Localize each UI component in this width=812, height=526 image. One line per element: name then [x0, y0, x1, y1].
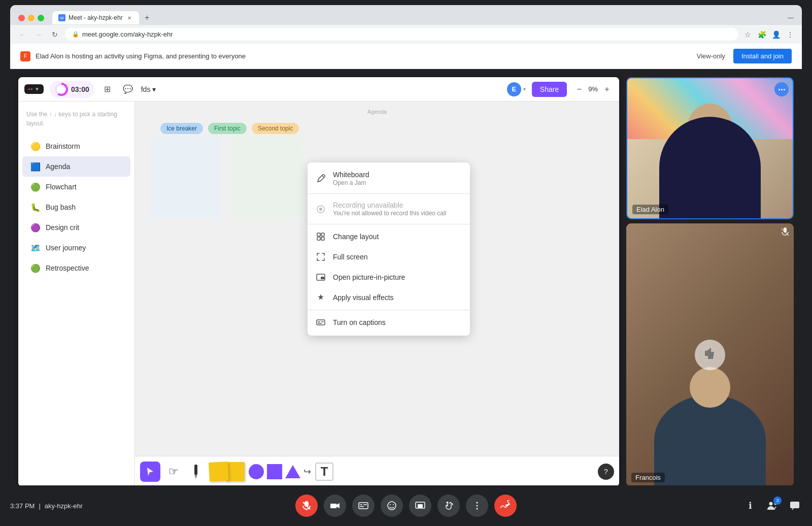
zoom-in-button[interactable]: + [601, 83, 613, 95]
people-button[interactable]: 3 [765, 499, 780, 513]
userjourney-label: User journey [46, 244, 86, 252]
svg-rect-7 [321, 277, 324, 279]
help-button[interactable]: ? [598, 464, 614, 480]
layout-item-designcrit[interactable]: 🟣 Design crit [22, 217, 130, 238]
captions-icon [316, 317, 326, 327]
active-tab[interactable]: M Meet - aky-hzpk-ehr ✕ [52, 11, 139, 24]
comment-button[interactable]: 💬 [121, 82, 135, 96]
brainstorm-icon: 🟡 [30, 141, 41, 151]
forward-button[interactable]: → [32, 28, 45, 41]
reload-button[interactable]: ↻ [49, 28, 61, 41]
address-bar[interactable]: 🔒 meet.google.com/aky-hzpk-ehr [65, 28, 738, 41]
extension-icon[interactable]: 🧩 [756, 29, 767, 40]
user-avatar: E [507, 82, 521, 96]
effects-label: Apply visual effects [333, 293, 394, 302]
svg-rect-12 [194, 465, 197, 475]
flowchart-label: Flowchart [46, 183, 77, 191]
menu-item-captions[interactable]: Turn on captions [308, 312, 470, 333]
more-options-button[interactable] [466, 495, 488, 517]
svg-point-25 [390, 504, 391, 505]
maximize-button[interactable] [38, 15, 44, 21]
end-call-button[interactable] [494, 495, 517, 517]
svg-rect-10 [318, 323, 322, 324]
new-tab-button[interactable]: + [141, 12, 153, 24]
video-feed-francois: Francois [626, 223, 794, 486]
menu-item-pip[interactable]: Open picture-in-picture [308, 267, 470, 287]
shapes-group: ↪ [249, 464, 311, 479]
svg-rect-9 [318, 321, 320, 322]
menu-item-fullscreen[interactable]: Full screen [308, 247, 470, 267]
minimize-button[interactable] [28, 15, 35, 21]
menu-item-change-layout[interactable]: Change layout [308, 226, 470, 247]
view-only-button[interactable]: View-only [697, 52, 725, 60]
camera-button[interactable] [324, 495, 346, 517]
raise-hand-button[interactable] [437, 495, 460, 517]
brainstorm-label: Brainstorm [46, 142, 80, 150]
svg-rect-5 [321, 237, 324, 240]
pen-tool-button[interactable] [187, 463, 205, 481]
share-button[interactable]: Share [532, 82, 567, 97]
effects-icon [316, 292, 326, 303]
meet-notification-bar: F Elad Alon is hosting an activity using… [10, 44, 802, 69]
svg-rect-20 [359, 503, 368, 509]
text-tool-button[interactable]: T [315, 463, 333, 481]
figma-logo-button[interactable]: ▼ [24, 84, 44, 94]
whiteboard-sublabel: Open a Jam [333, 179, 369, 186]
circle-shape[interactable] [249, 464, 264, 479]
install-join-button[interactable]: Install and join [733, 49, 792, 63]
rect-shape[interactable] [267, 464, 282, 479]
arrow-shape[interactable]: ↪ [303, 466, 311, 477]
svg-point-29 [477, 502, 478, 504]
userjourney-icon: 🗺️ [30, 243, 41, 253]
layout-item-userjourney[interactable]: 🗺️ User journey [22, 238, 130, 258]
svg-rect-3 [321, 233, 324, 236]
video-panel: Elad Alon [626, 77, 794, 486]
hand-tool-button[interactable]: ☞ [164, 463, 183, 481]
sticky-notes-group [209, 462, 245, 481]
canvas-label: Agenda [367, 109, 387, 115]
people-count-badge: 3 [773, 497, 782, 505]
bookmark-icon[interactable]: ☆ [742, 29, 753, 40]
menu-icon[interactable]: ⋮ [785, 29, 796, 40]
agenda-icon: 🟦 [30, 161, 41, 172]
layout-item-brainstorm[interactable]: 🟡 Brainstorm [22, 136, 130, 156]
tab-close-button[interactable]: ✕ [126, 14, 133, 21]
layout-item-bugbash[interactable]: 🐛 Bug bash [22, 197, 130, 217]
back-button[interactable]: ← [16, 28, 28, 41]
menu-divider-3 [308, 310, 470, 310]
layout-panel: Use the ↑ ↓ keys to pick a starting layo… [18, 102, 135, 486]
sticky-note-1[interactable] [209, 462, 229, 482]
tab-title: Meet - aky-hzpk-ehr [69, 14, 123, 21]
captions-ctrl-button[interactable] [352, 495, 375, 517]
layout-item-flowchart[interactable]: 🟢 Flowchart [22, 177, 130, 197]
profile-icon[interactable]: 👤 [770, 29, 782, 40]
close-button[interactable] [18, 15, 25, 21]
microphone-button[interactable] [295, 495, 318, 517]
change-layout-label: Change layout [333, 233, 379, 241]
video-more-button[interactable] [774, 82, 789, 96]
info-button[interactable]: ℹ [743, 499, 757, 513]
svg-rect-4 [317, 237, 320, 240]
canvas-area: Agenda Ice breaker First topic Second to… [135, 102, 619, 486]
menu-item-whiteboard[interactable]: Whiteboard Open a Jam [308, 166, 470, 191]
layout-item-retro[interactable]: 🟢 Retrospective [22, 258, 130, 278]
emoji-button[interactable] [381, 495, 403, 517]
cursor-tool-button[interactable] [140, 462, 160, 482]
zoom-out-button[interactable]: − [573, 83, 585, 95]
retro-icon: 🟢 [30, 263, 41, 273]
video-feed-elad: Elad Alon [626, 77, 794, 219]
svg-rect-28 [418, 504, 423, 508]
layout-item-agenda[interactable]: 🟦 Agenda [22, 156, 130, 177]
view-toggle-button[interactable]: ⊞ [100, 82, 115, 96]
menu-divider-1 [308, 193, 470, 194]
menu-item-effects[interactable]: Apply visual effects [308, 287, 470, 308]
recording-label: Recording unavailable [333, 201, 446, 209]
canvas-bottom-toolbar: ☞ [135, 456, 619, 486]
present-button[interactable] [409, 495, 431, 517]
chat-button[interactable] [788, 499, 802, 513]
secure-icon: 🔒 [72, 31, 79, 38]
svg-rect-34 [790, 502, 799, 508]
triangle-shape[interactable] [285, 465, 300, 478]
designcrit-icon: 🟣 [30, 222, 41, 233]
zoom-controls: − 9% + [573, 83, 613, 95]
